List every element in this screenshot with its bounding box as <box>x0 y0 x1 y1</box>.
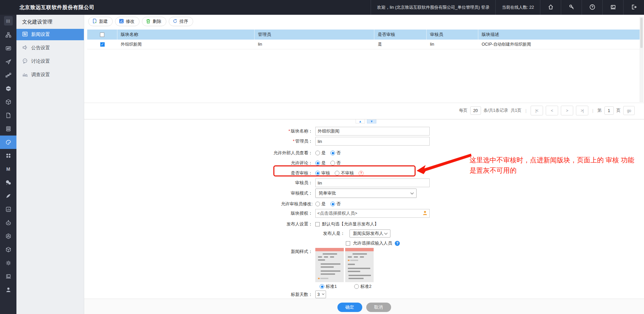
auditor-input[interactable] <box>315 178 430 187</box>
module-auth-label: 版块授权： <box>84 210 315 216</box>
password-button[interactable] <box>561 0 582 15</box>
go-button[interactable]: go <box>623 106 635 115</box>
monitor-button[interactable] <box>602 0 623 15</box>
sidebar-item-survey[interactable]: 调查设置 <box>16 69 84 81</box>
audit-yes-radio[interactable] <box>315 171 320 175</box>
cube-icon[interactable] <box>0 95 16 109</box>
col-header-audited[interactable]: 是否审核 <box>374 30 427 40</box>
box-icon[interactable] <box>0 243 16 256</box>
help-button[interactable] <box>582 0 602 15</box>
vertical-scrollbar[interactable] <box>640 17 643 102</box>
publisher-is-label: 发布人是： <box>323 230 345 237</box>
jump-page-input[interactable]: 1 <box>604 106 614 115</box>
exchange-icon[interactable] <box>0 42 16 55</box>
layers-icon[interactable] <box>0 122 16 136</box>
style-1-radio[interactable] <box>320 284 324 289</box>
row-checkbox[interactable] <box>100 42 105 47</box>
select-all-checkbox[interactable] <box>100 33 104 37</box>
col-header-admin[interactable]: 管理员 <box>255 30 374 40</box>
palette-icon[interactable] <box>0 136 16 149</box>
form-footer: 确定 取消 <box>84 299 644 314</box>
sidebar-item-discussion[interactable]: 讨论设置 <box>16 56 84 67</box>
form-row-admin: *管理员： <box>84 137 644 146</box>
delete-button[interactable]: 删除 <box>142 17 166 26</box>
edit-button[interactable]: 修改 <box>115 17 140 26</box>
app-icon-rail: ||| M <box>0 15 16 314</box>
survey-icon <box>22 71 31 78</box>
allow-external-no-radio[interactable] <box>330 151 335 155</box>
sidebar-item-label: 调查设置 <box>31 72 50 78</box>
person-icon[interactable] <box>0 283 16 297</box>
sidebar-item-label: 新闻设置 <box>31 32 50 38</box>
table-row[interactable]: 外组织新闻 lin 是 lin OCIP-自动创建外组织新闻 <box>87 40 640 49</box>
sort-button[interactable]: 排序 <box>169 17 193 26</box>
gear-icon[interactable] <box>0 256 16 270</box>
form-row-refresh-days: 标新天数： 3 <box>84 291 644 298</box>
form-row-news-style: 新闻样式： <box>84 248 644 282</box>
publisher-is-select[interactable]: 新闻实际发布人 <box>350 229 390 238</box>
publisher-help-icon[interactable]: ? <box>395 241 400 246</box>
form-row-auditor-modify: 允许审核员修改: 是 否 <box>84 201 644 207</box>
chart-icon[interactable] <box>0 203 16 216</box>
robot-icon[interactable] <box>0 216 16 229</box>
splitter-collapse-up-button[interactable]: ▲ <box>356 119 365 123</box>
allow-external-label: 允许外部人员查看： <box>84 150 315 156</box>
apps-icon[interactable] <box>0 149 16 162</box>
style-2-radio[interactable] <box>354 284 359 289</box>
form-row-publisher-is: 发布人是： 新闻实际发布人 <box>84 229 644 238</box>
col-header-auditor[interactable]: 审核员 <box>427 30 478 40</box>
module-auth-picker[interactable]: <点击选择授权人员> <box>315 209 430 218</box>
allow-select-input-checkbox[interactable] <box>346 241 350 246</box>
menu-toggle-icon[interactable]: ||| <box>4 16 13 25</box>
terminal-icon[interactable] <box>0 270 16 283</box>
announcement-icon <box>22 45 31 51</box>
cell-name: 外组织新闻 <box>117 42 255 47</box>
delete-icon <box>146 19 151 24</box>
auditor-modify-yes-radio[interactable] <box>315 202 320 206</box>
home-button[interactable] <box>540 0 561 15</box>
edit-icon <box>119 19 124 24</box>
workflow-icon[interactable] <box>0 68 16 82</box>
sidebar-item-announcement[interactable]: 公告设置 <box>16 42 84 54</box>
org-chart-icon[interactable] <box>0 28 16 42</box>
news-style-2-thumbnail[interactable] <box>345 248 374 282</box>
send-icon[interactable] <box>0 55 16 68</box>
select-person-icon[interactable] <box>422 210 428 217</box>
feather-icon[interactable] <box>0 189 16 203</box>
next-page-button[interactable]: > <box>561 106 573 115</box>
document-icon[interactable] <box>0 109 16 122</box>
last-page-button[interactable]: >| <box>576 106 588 115</box>
prev-page-button[interactable]: < <box>546 106 558 115</box>
chat-icon[interactable] <box>0 176 16 189</box>
chevron-down-icon <box>384 231 388 234</box>
per-page-input[interactable]: 20 <box>470 106 481 115</box>
hex-gear-icon[interactable] <box>0 229 16 243</box>
cancel-button[interactable]: 取消 <box>366 303 391 312</box>
confirm-button[interactable]: 确定 <box>337 303 362 312</box>
form-row-audit-mode: 审核模式： 简单审批 <box>84 189 644 198</box>
m-icon[interactable]: M <box>0 162 16 176</box>
form-row-publisher-setting: 发布人设置： 默认勾选【允许显示发布人】 <box>84 221 644 227</box>
allow-comment-no-radio[interactable] <box>330 161 335 165</box>
refresh-days-select[interactable]: 3 <box>315 291 326 298</box>
cap-icon[interactable] <box>0 82 16 95</box>
cell-desc: OCIP-自动创建外组织新闻 <box>478 42 640 47</box>
audit-no-radio[interactable] <box>335 171 339 175</box>
logout-button[interactable] <box>623 0 644 15</box>
new-button[interactable]: 新建 <box>88 17 113 26</box>
first-page-button[interactable]: |< <box>531 106 543 115</box>
news-style-1-thumbnail[interactable] <box>315 248 344 282</box>
col-header-desc[interactable]: 版块描述 <box>478 30 640 40</box>
splitter-collapse-down-button[interactable]: ▼ <box>367 119 376 123</box>
module-name-input[interactable] <box>315 127 430 136</box>
audit-help-icon[interactable]: ? <box>359 171 364 176</box>
sidebar-item-news[interactable]: 新闻设置 <box>16 29 84 40</box>
admin-input[interactable] <box>315 137 430 146</box>
audit-mode-select[interactable]: 简单审批 <box>315 189 417 198</box>
chevron-down-icon <box>322 293 324 295</box>
allow-comment-yes-radio[interactable] <box>315 161 320 165</box>
col-header-name[interactable]: 版块名称 <box>117 30 255 40</box>
auditor-modify-no-radio[interactable] <box>330 202 335 206</box>
allow-external-yes-radio[interactable] <box>315 151 320 155</box>
publisher-default-checkbox[interactable] <box>315 222 320 226</box>
